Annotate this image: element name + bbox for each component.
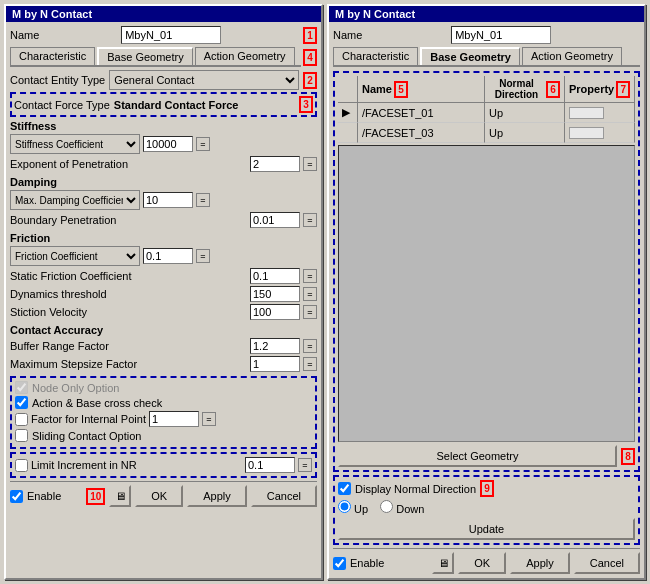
dynamics-eq-btn[interactable]: = xyxy=(303,287,317,301)
stiffness-input[interactable] xyxy=(143,136,193,152)
options-box: Node Only Option Action & Base cross che… xyxy=(10,376,317,449)
right-tab-base-geometry[interactable]: Base Geometry xyxy=(420,47,520,65)
static-friction-eq-btn[interactable]: = xyxy=(303,269,317,283)
stepsize-eq-btn[interactable]: = xyxy=(303,357,317,371)
sliding-row: Sliding Contact Option xyxy=(15,429,312,442)
update-button[interactable]: Update xyxy=(338,518,635,540)
table-row[interactable]: /FACESET_03 Up xyxy=(338,123,635,143)
static-friction-input[interactable] xyxy=(250,268,300,284)
tab-base-geometry-left[interactable]: Base Geometry xyxy=(97,47,192,65)
limit-input[interactable] xyxy=(245,457,295,473)
sliding-checkbox[interactable] xyxy=(15,429,28,442)
static-friction-label: Static Friction Coefficient xyxy=(10,270,247,282)
radio-direction-row: Up Down xyxy=(338,500,635,515)
name-input[interactable] xyxy=(121,26,221,44)
damping-select[interactable]: Max. Damping Coefficient xyxy=(10,190,140,210)
tab-characteristic[interactable]: Characteristic xyxy=(10,47,95,65)
radio-down[interactable] xyxy=(380,500,393,513)
name-label: Name xyxy=(10,29,39,41)
dynamics-row: Dynamics threshold = xyxy=(10,286,317,302)
radio-up-label[interactable]: Up xyxy=(338,500,368,515)
exponent-row: Exponent of Penetration = xyxy=(10,156,317,172)
stepsize-row: Maximum Stepsize Factor = xyxy=(10,356,317,372)
radio-down-label[interactable]: Down xyxy=(380,500,424,515)
accuracy-section: Contact Accuracy Buffer Range Factor = M… xyxy=(10,324,317,374)
right-tab-action-geometry[interactable]: Action Geometry xyxy=(522,47,622,65)
tab-action-geometry-left[interactable]: Action Geometry xyxy=(195,47,295,65)
badge-3: 3 xyxy=(299,96,313,113)
boundary-row: Boundary Penetration = xyxy=(10,212,317,228)
exponent-eq-btn[interactable]: = xyxy=(303,157,317,171)
factor-internal-row: Factor for Internal Point = xyxy=(15,411,312,427)
boundary-input[interactable] xyxy=(250,212,300,228)
contact-force-value: Standard Contact Force xyxy=(114,99,295,111)
dynamics-input[interactable] xyxy=(250,286,300,302)
node-only-checkbox[interactable] xyxy=(15,381,28,394)
exponent-label: Exponent of Penetration xyxy=(10,158,247,170)
friction-select[interactable]: Friction Coefficient xyxy=(10,246,140,266)
cancel-button-left[interactable]: Cancel xyxy=(251,485,317,507)
table-header: Name 5 Normal Direction 6 Property 7 xyxy=(338,76,635,103)
stiffness-eq-btn[interactable]: = xyxy=(196,137,210,151)
stepsize-input[interactable] xyxy=(250,356,300,372)
display-normal-header: Display Normal Direction 9 xyxy=(338,480,635,497)
display-normal-label: Display Normal Direction xyxy=(355,483,476,495)
enable-checkbox-left[interactable] xyxy=(10,490,23,503)
damping-eq-btn[interactable]: = xyxy=(196,193,210,207)
exponent-input[interactable] xyxy=(250,156,300,172)
right-name-input[interactable] xyxy=(451,26,551,44)
cancel-button-right[interactable]: Cancel xyxy=(574,552,640,574)
right-tabs-bar: Characteristic Base Geometry Action Geom… xyxy=(333,47,640,67)
badge-5: 5 xyxy=(394,81,408,98)
factor-internal-eq-btn[interactable]: = xyxy=(202,412,216,426)
action-base-checkbox[interactable] xyxy=(15,396,28,409)
friction-eq-btn[interactable]: = xyxy=(196,249,210,263)
right-ok-icon[interactable]: 🖥 xyxy=(432,552,454,574)
geometry-table-box: Name 5 Normal Direction 6 Property 7 ▶ /… xyxy=(333,71,640,472)
friction-input[interactable] xyxy=(143,248,193,264)
limit-checkbox[interactable] xyxy=(15,459,28,472)
limit-row: Limit Increment in NR = xyxy=(10,452,317,478)
ok-button-right[interactable]: OK xyxy=(458,552,506,574)
right-tab-characteristic[interactable]: Characteristic xyxy=(333,47,418,65)
tabs-bar: Characteristic Base Geometry Action Geom… xyxy=(10,47,301,67)
contact-entity-select[interactable]: General Contact xyxy=(109,70,299,90)
ok-button-left[interactable]: OK xyxy=(135,485,183,507)
apply-button-right[interactable]: Apply xyxy=(510,552,570,574)
radio-up[interactable] xyxy=(338,500,351,513)
stiffness-title: Stiffness xyxy=(10,120,317,132)
row1-arrow: ▶ xyxy=(338,103,358,123)
stepsize-label: Maximum Stepsize Factor xyxy=(10,358,247,370)
badge-4: 4 xyxy=(303,49,317,66)
static-friction-row: Static Friction Coefficient = xyxy=(10,268,317,284)
stiction-input[interactable] xyxy=(250,304,300,320)
right-panel-title: M by N Contact xyxy=(329,6,644,22)
display-normal-checkbox[interactable] xyxy=(338,482,351,495)
enable-checkbox-right[interactable] xyxy=(333,557,346,570)
boundary-eq-btn[interactable]: = xyxy=(303,213,317,227)
badge-7: 7 xyxy=(616,81,630,98)
damping-input[interactable] xyxy=(143,192,193,208)
buffer-label: Buffer Range Factor xyxy=(10,340,247,352)
stiffness-row: Stiffness Coefficient = xyxy=(10,134,317,154)
apply-button-left[interactable]: Apply xyxy=(187,485,247,507)
action-base-label: Action & Base cross check xyxy=(32,397,162,409)
table-row[interactable]: ▶ /FACESET_01 Up xyxy=(338,103,635,123)
stiction-label: Stiction Velocity xyxy=(10,306,247,318)
damping-title: Damping xyxy=(10,176,317,188)
buffer-eq-btn[interactable]: = xyxy=(303,339,317,353)
contact-force-box: Contact Force Type Standard Contact Forc… xyxy=(10,92,317,117)
factor-internal-input[interactable] xyxy=(149,411,199,427)
buffer-row: Buffer Range Factor = xyxy=(10,338,317,354)
row1-property xyxy=(565,103,635,123)
factor-internal-checkbox[interactable] xyxy=(15,413,28,426)
stiction-eq-btn[interactable]: = xyxy=(303,305,317,319)
buffer-input[interactable] xyxy=(250,338,300,354)
limit-eq-btn[interactable]: = xyxy=(298,458,312,472)
row1-name: /FACESET_01 xyxy=(358,103,485,123)
stiffness-select[interactable]: Stiffness Coefficient xyxy=(10,134,140,154)
node-only-label: Node Only Option xyxy=(32,382,119,394)
select-geometry-button[interactable]: Select Geometry xyxy=(338,445,617,467)
right-name-label: Name xyxy=(333,29,362,41)
left-ok-icon[interactable]: 🖥 xyxy=(109,485,131,507)
